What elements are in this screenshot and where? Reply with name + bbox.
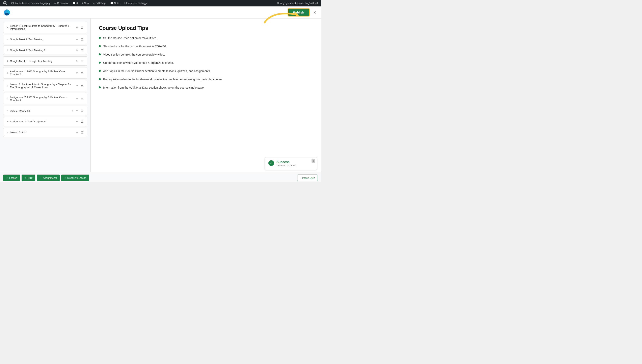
add-lesson-button[interactable]: ＋ Lesson <box>3 174 20 181</box>
drag-handle-icon[interactable]: ≡ <box>7 48 8 52</box>
success-check-icon: ✓ <box>268 160 274 166</box>
drag-handle-icon[interactable]: ≡ <box>7 38 8 41</box>
notes-link[interactable]: 💬 Notes <box>109 0 122 6</box>
drag-handle-icon[interactable]: ≡ <box>7 84 8 88</box>
edit-icon[interactable]: ✏ <box>75 59 79 63</box>
drag-handle-icon[interactable]: ≡ <box>7 60 8 62</box>
item-label: Quiz 1: Test Quiz <box>10 109 70 112</box>
upload-icon[interactable]: ↑ <box>72 108 74 112</box>
tip-item: Course Builder is where you create & org… <box>99 61 313 65</box>
drag-handle-icon[interactable]: ≡ <box>7 131 8 134</box>
course-item: ≡Assignment 3: Test Assignment✏🗑 <box>3 117 87 126</box>
edit-icon[interactable]: ✏ <box>75 71 79 75</box>
delete-icon[interactable]: 🗑 <box>80 120 84 124</box>
course-item: ≡Google Meet 2: Test Meeting 2✏🗑 <box>3 46 87 55</box>
site-name[interactable]: Global Institute of Echocardiography <box>10 0 52 6</box>
tip-text: Course Builder is where you create & org… <box>103 61 174 65</box>
add-assignments-label: Assignments <box>43 176 57 180</box>
edit-icon[interactable]: ✏ <box>75 48 79 52</box>
import-quiz-button[interactable]: ↓ Import Quiz <box>297 174 318 181</box>
delete-icon[interactable]: 🗑 <box>80 25 84 30</box>
item-label: Lesson 3: Add <box>10 131 74 134</box>
delete-icon[interactable]: 🗑 <box>80 48 84 52</box>
admin-bar: W Global Institute of Echocardiography ✏… <box>0 0 321 6</box>
bullet-icon <box>99 62 101 64</box>
add-quiz-label: Quiz <box>28 176 33 180</box>
delete-icon[interactable]: 🗑 <box>80 84 84 88</box>
comments-link[interactable]: 💬 0 <box>71 0 79 6</box>
course-builder-panel: ≡Lesson 1: Lecture: Intro to Sonography … <box>0 18 91 172</box>
course-item: ≡Lesson 1: Lecture: Intro to Sonography … <box>3 22 87 33</box>
item-label: Lesson 1: Lecture: Intro to Sonography -… <box>10 24 74 30</box>
bullet-icon <box>99 53 101 55</box>
course-item: ≡Assignment 2: HW: Sonography & Patient … <box>3 93 87 104</box>
elementor-debugger-link[interactable]: ℹ Elementor Debugger <box>123 0 150 6</box>
add-meet-live-lesson-button[interactable]: ＋ Meet Live Lesson <box>61 174 89 181</box>
course-items-list: ≡Lesson 1: Lecture: Intro to Sonography … <box>3 22 87 137</box>
course-item: ≡Lesson 3: Add✏🗑 <box>3 128 87 137</box>
item-actions: ✏🗑 <box>75 84 84 88</box>
tip-item: Add Topics in the Course Builder section… <box>99 69 313 73</box>
svg-text:W: W <box>4 2 7 5</box>
item-label: Assignment 2: HW: Sonography & Patient C… <box>10 96 74 102</box>
delete-icon[interactable]: 🗑 <box>80 97 84 101</box>
item-actions: ✏🗑 <box>75 48 84 52</box>
delete-icon[interactable]: 🗑 <box>80 130 84 134</box>
tip-text: Add Topics in the Course Builder section… <box>103 69 211 73</box>
delete-icon[interactable]: 🗑 <box>80 71 84 75</box>
add-assignments-button[interactable]: ＋ Assignments <box>37 174 60 181</box>
success-title: Success <box>276 160 296 164</box>
edit-icon[interactable]: ✏ <box>75 130 79 134</box>
edit-icon[interactable]: ✏ <box>75 120 79 124</box>
tip-text: Prerequisites refers to the fundamental … <box>103 77 222 82</box>
howdy-text: Howdy, globalinstituteofecho_8m6pq6 <box>275 2 319 5</box>
bullet-icon <box>99 70 101 72</box>
edit-icon[interactable]: ✏ <box>75 97 79 101</box>
tip-item: Standard size for the course thumbnail i… <box>99 44 313 48</box>
new-link[interactable]: + New <box>80 0 91 6</box>
bullet-icon <box>99 37 101 39</box>
drag-handle-icon[interactable]: ≡ <box>7 71 8 74</box>
delete-icon[interactable]: 🗑 <box>80 59 84 63</box>
tip-item: Prerequisites refers to the fundamental … <box>99 77 313 82</box>
publish-button[interactable]: Publish <box>288 9 309 16</box>
add-lesson-label: Lesson <box>9 176 17 180</box>
edit-page-link[interactable]: ✏ Edit Page <box>91 0 108 6</box>
tip-text: Video section controls the course overvi… <box>103 52 165 57</box>
course-item: ≡Quiz 1: Test Quiz↑✏🗑 <box>3 106 87 115</box>
tips-panel: Course Upload Tips Set the Course Price … <box>91 18 321 172</box>
customize-link[interactable]: ✏ Customize <box>53 0 70 6</box>
course-item: ≡Google Meet 1: Test Meeting✏🗑 <box>3 35 87 44</box>
wp-logo[interactable]: W <box>2 0 9 6</box>
item-actions: ✏🗑 <box>75 37 84 41</box>
drag-handle-icon[interactable]: ≡ <box>7 109 8 112</box>
success-text: Success Lesson Updated <box>276 160 296 167</box>
edit-icon[interactable]: ✏ <box>75 84 79 88</box>
tip-text: Information from the Additional Data sec… <box>103 86 204 90</box>
import-quiz-label: Import Quiz <box>302 176 315 180</box>
drag-handle-icon[interactable]: ≡ <box>7 26 8 29</box>
add-meet-live-lesson-label: Meet Live Lesson <box>67 176 86 180</box>
item-label: Assignment 1: HW: Sonography & Patient C… <box>10 70 74 76</box>
main-content: ≡Lesson 1: Lecture: Intro to Sonography … <box>0 18 321 172</box>
plus-icon: ＋ <box>64 176 67 180</box>
edit-icon[interactable]: ✏ <box>75 25 79 30</box>
item-label: Google Meet 2: Test Meeting 2 <box>10 49 74 52</box>
delete-icon[interactable]: 🗑 <box>80 108 84 112</box>
tip-item: Information from the Additional Data sec… <box>99 86 313 90</box>
download-icon: ↓ <box>300 176 301 180</box>
edit-icon[interactable]: ✏ <box>75 37 79 41</box>
admin-bar-right: Howdy, globalinstituteofecho_8m6pq6 <box>275 2 319 5</box>
drag-handle-icon[interactable]: ≡ <box>7 120 8 123</box>
tip-text: Set the Course Price option or make it f… <box>103 36 157 40</box>
drag-handle-icon[interactable]: ≡ <box>7 97 8 100</box>
tip-text: Standard size for the course thumbnail i… <box>103 44 167 48</box>
bullet-icon <box>99 78 101 80</box>
item-actions: ✏🗑 <box>75 97 84 101</box>
edit-icon[interactable]: ✏ <box>75 108 79 112</box>
delete-icon[interactable]: 🗑 <box>80 37 84 41</box>
success-subtitle: Lesson Updated <box>276 164 296 167</box>
item-label: Assignment 3: Test Assignment <box>10 120 74 123</box>
add-quiz-button[interactable]: ＋ Quiz <box>22 174 36 181</box>
close-button[interactable]: × <box>312 9 318 16</box>
